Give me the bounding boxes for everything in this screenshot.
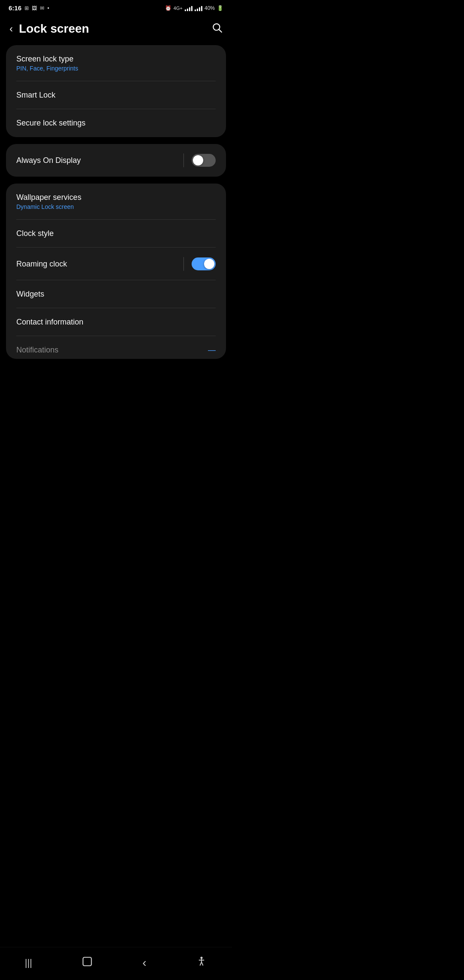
wallpaper-services-text: Wallpaper services Dynamic Lock screen <box>16 193 81 210</box>
always-on-display-toggle[interactable] <box>192 154 216 167</box>
image-icon: 🖼 <box>32 5 37 11</box>
roaming-clock-toggle-container <box>183 257 216 271</box>
clock-style-item[interactable]: Clock style <box>6 220 226 248</box>
widgets-title: Widgets <box>16 290 44 299</box>
always-on-display-text: Always On Display <box>16 156 81 165</box>
search-button[interactable] <box>211 22 223 36</box>
mail-icon: ✉ <box>40 5 44 11</box>
roaming-clock-toggle[interactable] <box>192 257 216 270</box>
roaming-clock-item[interactable]: Roaming clock <box>6 248 226 280</box>
notifications-text: Notifications <box>16 346 58 355</box>
roaming-toggle-divider <box>183 257 184 271</box>
screen-lock-type-subtitle: PIN, Face, Fingerprints <box>16 65 78 72</box>
contact-information-text: Contact information <box>16 318 83 327</box>
dot-icon: ● <box>47 6 49 10</box>
secure-lock-settings-text: Secure lock settings <box>16 119 85 128</box>
header-left: ‹ Lock screen <box>9 22 89 36</box>
roaming-clock-title: Roaming clock <box>16 260 67 269</box>
contact-information-title: Contact information <box>16 318 83 327</box>
screen-lock-type-title: Screen lock type <box>16 55 78 64</box>
clock-style-text: Clock style <box>16 229 54 238</box>
always-on-display-item[interactable]: Always On Display <box>6 144 226 177</box>
page-title: Lock screen <box>19 22 89 36</box>
wallpaper-services-title: Wallpaper services <box>16 193 81 202</box>
status-right: ⏰ 4G+ 40% 🔋 <box>165 5 223 11</box>
notifications-item[interactable]: Notifications — <box>6 336 226 359</box>
status-time: 6:16 <box>9 4 21 12</box>
security-card: Screen lock type PIN, Face, Fingerprints… <box>6 45 226 137</box>
widgets-text: Widgets <box>16 290 44 299</box>
clock-style-title: Clock style <box>16 229 54 238</box>
roaming-clock-text: Roaming clock <box>16 260 67 269</box>
contact-information-item[interactable]: Contact information <box>6 308 226 336</box>
battery-level: 40% <box>205 5 215 11</box>
secure-lock-settings-item[interactable]: Secure lock settings <box>6 109 226 137</box>
battery-icon: 🔋 <box>217 5 223 11</box>
signal2-icon <box>195 5 202 11</box>
status-left: 6:16 ⊞ 🖼 ✉ ● <box>9 4 49 12</box>
content: Screen lock type PIN, Face, Fingerprints… <box>0 45 232 400</box>
back-button[interactable]: ‹ <box>9 23 13 35</box>
toggle-divider <box>183 153 184 167</box>
always-on-display-toggle-container <box>183 153 216 167</box>
smart-lock-title: Smart Lock <box>16 91 55 100</box>
toggle-knob <box>193 155 203 165</box>
smart-lock-text: Smart Lock <box>16 91 55 100</box>
screen-lock-type-text: Screen lock type PIN, Face, Fingerprints <box>16 55 78 72</box>
smart-lock-item[interactable]: Smart Lock <box>6 81 226 109</box>
alarm-icon: ⏰ <box>165 5 171 11</box>
grid-icon: ⊞ <box>24 5 29 11</box>
svg-line-1 <box>219 30 222 32</box>
status-bar: 6:16 ⊞ 🖼 ✉ ● ⏰ 4G+ 40% 🔋 <box>0 0 232 14</box>
signal1-icon <box>185 5 192 11</box>
aod-card: Always On Display <box>6 144 226 177</box>
customization-card: Wallpaper services Dynamic Lock screen C… <box>6 184 226 359</box>
secure-lock-settings-title: Secure lock settings <box>16 119 85 128</box>
notifications-title: Notifications <box>16 346 58 355</box>
notifications-indicator: — <box>208 346 216 355</box>
header: ‹ Lock screen <box>0 14 232 45</box>
screen-lock-type-item[interactable]: Screen lock type PIN, Face, Fingerprints <box>6 45 226 81</box>
always-on-display-title: Always On Display <box>16 156 81 165</box>
roaming-toggle-knob <box>204 259 214 269</box>
wallpaper-services-item[interactable]: Wallpaper services Dynamic Lock screen <box>6 184 226 220</box>
widgets-item[interactable]: Widgets <box>6 280 226 308</box>
4g-icon: 4G+ <box>174 6 183 11</box>
wallpaper-services-subtitle: Dynamic Lock screen <box>16 203 81 210</box>
